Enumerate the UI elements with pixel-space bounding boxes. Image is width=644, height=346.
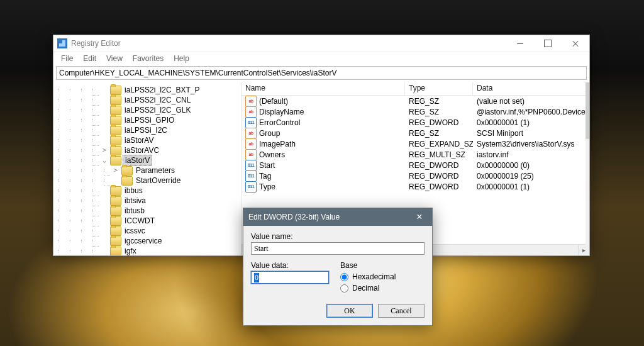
radio-hex-input[interactable]	[340, 273, 348, 281]
dword-icon: 011	[245, 160, 257, 171]
column-headers[interactable]: Name Type Data	[242, 82, 589, 96]
ok-button[interactable]: OK	[326, 304, 373, 318]
string-icon: ab	[245, 106, 257, 118]
value-name-field[interactable]	[251, 242, 425, 255]
folder-icon	[110, 206, 121, 216]
value-row[interactable]: 011ErrorControlREG_DWORD0x00000001 (1)	[242, 117, 589, 128]
tree-item[interactable]: ⌄iaStorV	[53, 155, 241, 165]
tree-item[interactable]: igfx	[53, 246, 241, 255]
tree-item[interactable]: ibtsiva	[53, 196, 241, 206]
menu-file[interactable]: File	[56, 53, 78, 64]
string-icon: ab	[245, 128, 257, 139]
col-data[interactable]: Data	[473, 82, 589, 95]
tree-item[interactable]: ICCWDT	[53, 216, 241, 226]
folder-icon	[110, 216, 121, 226]
tree-item[interactable]: iaLPSSi_I2C	[53, 125, 241, 135]
value-data: 0x00000000 (0)	[473, 161, 589, 170]
minimize-button[interactable]	[506, 35, 534, 52]
tree-item[interactable]: iaLPSS2i_I2C_CNL	[53, 95, 241, 105]
tree-label[interactable]: iaStorAVC	[123, 145, 160, 155]
titlebar[interactable]: Registry Editor	[53, 35, 589, 52]
tree-label[interactable]: Parameters	[135, 165, 176, 176]
value-name: ErrorControl	[259, 118, 300, 127]
value-name: DisplayName	[259, 108, 304, 116]
tree-item[interactable]: ibbus	[53, 186, 241, 196]
menu-help[interactable]: Help	[169, 53, 194, 64]
value-row[interactable]: abOwnersREG_MULTI_SZiastorv.inf	[242, 149, 589, 160]
tree-label[interactable]: iaLPSSi_GPIO	[123, 115, 175, 125]
tree-item[interactable]: iaLPSSi_GPIO	[53, 115, 241, 125]
tree-label[interactable]: iaLPSS2i_I2C_CNL	[123, 95, 192, 105]
tree-pane[interactable]: iaLPSS2i_I2C_BXT_PiaLPSS2i_I2C_CNLiaLPSS…	[53, 82, 242, 255]
close-button[interactable]	[562, 35, 589, 52]
tree-label[interactable]: icssvc	[123, 226, 147, 236]
folder-icon	[121, 176, 133, 186]
tree-label[interactable]: igccservice	[123, 236, 163, 246]
tree-item[interactable]: ibtusb	[53, 206, 241, 216]
value-row[interactable]: ab(Default)REG_SZ(value not set)	[242, 96, 589, 106]
collapse-icon[interactable]: ⌄	[99, 155, 110, 165]
value-row[interactable]: abGroupREG_SZSCSI Miniport	[242, 128, 589, 138]
value-row[interactable]: 011TypeREG_DWORD0x00000001 (1)	[242, 181, 589, 192]
tree-item[interactable]: >Parameters	[53, 165, 241, 176]
scroll-thumb[interactable]	[586, 82, 589, 139]
menu-view[interactable]: View	[101, 53, 128, 64]
value-row[interactable]: abDisplayNameREG_SZ@iastorv.inf,%*PNP060…	[242, 106, 589, 117]
value-name: Owners	[259, 150, 285, 159]
value-type: REG_DWORD	[405, 172, 473, 181]
tree-label[interactable]: ICCWDT	[123, 216, 156, 226]
col-name[interactable]: Name	[242, 82, 405, 95]
value-data: iastorv.inf	[473, 150, 589, 159]
tree-label[interactable]: iaLPSS2i_I2C_GLK	[123, 105, 192, 115]
dialog-close-button[interactable]: ×	[412, 212, 427, 222]
tree-label[interactable]: iaStorAV	[123, 135, 155, 145]
tree-item[interactable]: StartOverride	[53, 176, 241, 186]
expand-icon[interactable]: >	[110, 165, 121, 176]
regedit-icon	[57, 38, 67, 48]
radio-hexadecimal[interactable]: Hexadecimal	[340, 271, 425, 282]
radio-dec-input[interactable]	[340, 284, 348, 293]
value-type: REG_DWORD	[405, 182, 473, 191]
dialog-titlebar[interactable]: Edit DWORD (32-bit) Value ×	[243, 208, 432, 226]
folder-icon	[110, 136, 121, 145]
base-label: Base	[340, 261, 425, 270]
value-type: REG_DWORD	[405, 118, 473, 127]
tree-label[interactable]: ibbus	[123, 186, 144, 196]
expand-icon[interactable]: >	[99, 145, 110, 155]
value-name: Start	[259, 161, 275, 170]
value-name: Type	[259, 182, 275, 191]
radio-decimal[interactable]: Decimal	[340, 282, 425, 294]
value-type: REG_SZ	[405, 108, 473, 116]
tree-label[interactable]: StartOverride	[135, 176, 182, 186]
menu-edit[interactable]: Edit	[78, 53, 101, 64]
value-type: REG_SZ	[405, 129, 473, 138]
value-data-field[interactable]: 0	[251, 271, 329, 284]
tree-item[interactable]: iaLPSS2i_I2C_BXT_P	[53, 85, 241, 95]
tree-item[interactable]: >iaStorAVC	[53, 145, 241, 155]
value-row[interactable]: 011StartREG_DWORD0x00000000 (0)	[242, 160, 589, 170]
folder-icon	[110, 126, 121, 135]
window-title: Registry Editor	[71, 39, 506, 48]
tree-label[interactable]: iaLPSSi_I2C	[123, 125, 169, 135]
tree-label[interactable]: ibtsiva	[123, 196, 147, 206]
string-icon: ab	[245, 96, 257, 107]
tree-item[interactable]: igccservice	[53, 236, 241, 246]
cancel-button[interactable]: Cancel	[378, 304, 425, 318]
maximize-button[interactable]	[534, 35, 562, 52]
tree-item[interactable]: iaLPSS2i_I2C_GLK	[53, 105, 241, 115]
menu-favorites[interactable]: Favorites	[128, 53, 169, 64]
tree-label[interactable]: ibtusb	[123, 206, 146, 216]
folder-icon	[110, 186, 121, 196]
tree-item[interactable]: iaStorAV	[53, 135, 241, 145]
value-row[interactable]: 011TagREG_DWORD0x00000019 (25)	[242, 170, 589, 181]
tree-item[interactable]: icssvc	[53, 226, 241, 236]
col-type[interactable]: Type	[405, 82, 473, 95]
address-bar[interactable]: Computer\HKEY_LOCAL_MACHINE\SYSTEM\Curre…	[56, 66, 587, 80]
scroll-right-button[interactable]: ▸	[578, 245, 589, 255]
tree-label[interactable]: igfx	[123, 246, 138, 255]
tree-label[interactable]: iaStorV	[123, 155, 152, 166]
value-row[interactable]: abImagePathREG_EXPAND_SZSystem32\drivers…	[242, 138, 589, 149]
vertical-scrollbar[interactable]	[586, 82, 589, 245]
folder-icon	[110, 116, 121, 125]
tree-label[interactable]: iaLPSS2i_I2C_BXT_P	[123, 85, 201, 95]
